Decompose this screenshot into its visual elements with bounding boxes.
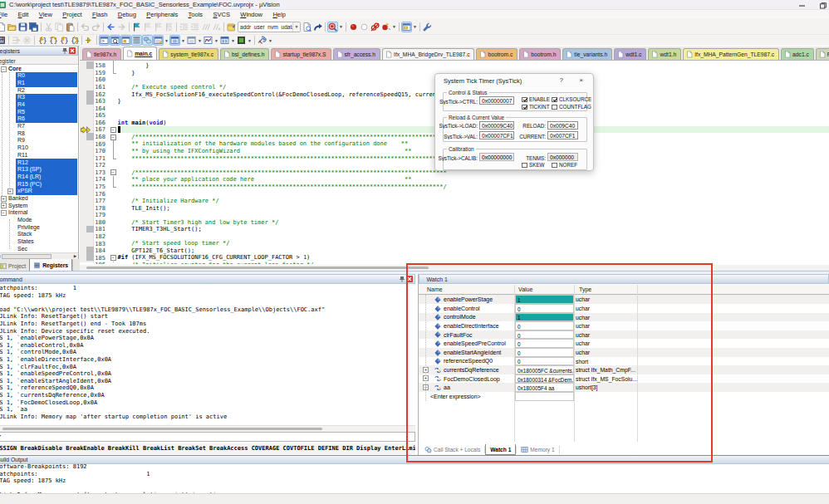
- watch-value[interactable]: 0x180005FC &currents...: [515, 365, 574, 374]
- file-tab-bootrom-h[interactable]: bootrom.h: [519, 48, 561, 60]
- watch-row-enableDirectInterface[interactable]: enableDirectInterface0uchar: [419, 321, 829, 330]
- chevron-down-icon[interactable]: ▼: [267, 35, 273, 46]
- symbol-search-combo[interactable]: addr_user_nvm_udata_tx▼: [238, 22, 301, 32]
- watch-value[interactable]: 0: [515, 330, 574, 340]
- watch-row-enableStartAngleIdent[interactable]: enableStartAngleIdent0uchar: [419, 348, 829, 357]
- register-row-r11[interactable]: R11: [0, 152, 78, 159]
- run-button[interactable]: [11, 35, 22, 46]
- expand-icon[interactable]: +: [7, 188, 13, 194]
- menu-peripherals[interactable]: Peripherals: [141, 11, 183, 18]
- watch-value[interactable]: 0: [515, 339, 574, 348]
- outdent-button[interactable]: [189, 22, 200, 32]
- watch-row-enablePowerStage[interactable]: enablePowerStage1uchar: [419, 295, 829, 304]
- file-tab-main-c[interactable]: main.c: [123, 46, 157, 60]
- chevron-down-icon[interactable]: ▼: [338, 22, 344, 32]
- watch-value[interactable]: 0: [515, 304, 574, 313]
- fold-collapse-icon[interactable]: −: [110, 255, 116, 261]
- command-hscrollbar[interactable]: [0, 425, 415, 432]
- expand-icon[interactable]: +: [1, 203, 7, 208]
- analysis-window-button[interactable]: [203, 35, 213, 46]
- watch-row-referenceSpeedQ0[interactable]: referenceSpeedQ00short: [419, 357, 829, 366]
- step-out-button[interactable]: {}: [58, 35, 69, 46]
- register-row-r6[interactable]: R6: [0, 115, 78, 123]
- bookmark-clear-button[interactable]: [164, 22, 174, 32]
- tab-memory-1[interactable]: Memory 1: [517, 444, 558, 455]
- noref-checkbox[interactable]: NOREF: [552, 162, 577, 168]
- menu-flash[interactable]: Flash: [87, 11, 113, 18]
- bookmark-toggle-button[interactable]: [131, 22, 142, 32]
- file-tab-wdt1-h[interactable]: wdt1.h: [648, 48, 681, 60]
- watch-window-button[interactable]: [153, 35, 164, 46]
- watch-value[interactable]: 0x18000314 &FocDem...: [515, 374, 574, 384]
- bookmark-next-button[interactable]: [153, 22, 164, 32]
- chevron-down-icon[interactable]: ▼: [164, 35, 169, 46]
- column-header-value[interactable]: Value: [518, 286, 532, 292]
- watch-row-clrFaultFoc[interactable]: clrFaultFoc0uchar: [419, 330, 829, 340]
- collapse-icon[interactable]: −: [1, 66, 7, 72]
- memory-window-button[interactable]: [169, 35, 180, 46]
- watch-row-controlMode[interactable]: controlMode1uchar: [419, 313, 829, 322]
- menu-view[interactable]: View: [34, 11, 58, 18]
- file-tab-foc-sct[interactable]: FOC.sct: [816, 48, 829, 60]
- register-row-xpsr[interactable]: +xPSR: [0, 188, 78, 195]
- register-row-r3[interactable]: R3: [0, 94, 78, 101]
- menu-window[interactable]: Window: [235, 11, 267, 18]
- register-row-states[interactable]: States: [0, 238, 78, 246]
- menu-tools[interactable]: Tools: [183, 11, 208, 18]
- fold-collapse-icon[interactable]: −: [110, 127, 116, 133]
- expand-icon[interactable]: +: [1, 196, 7, 202]
- copy-button[interactable]: [54, 22, 65, 32]
- chevron-down-icon[interactable]: ▼: [391, 22, 397, 32]
- current-statement-button[interactable]: [84, 35, 95, 46]
- file-tab-sfr-access-h[interactable]: sfr_access.h: [333, 48, 381, 60]
- breakpoint-enable-button[interactable]: [359, 22, 370, 32]
- register-row-r10[interactable]: R10: [0, 144, 78, 152]
- watch-value[interactable]: 0: [515, 321, 574, 330]
- ctrl-field[interactable]: 0x00000007: [479, 96, 514, 105]
- watch-value[interactable]: 0x180005F4 aa: [515, 383, 574, 392]
- file-tab-adc1-c[interactable]: adc1.c: [781, 48, 814, 60]
- toolbox-button[interactable]: [257, 35, 267, 46]
- watch-value[interactable]: 0: [515, 348, 574, 357]
- configure-flash-button[interactable]: [226, 22, 237, 32]
- chevron-down-icon[interactable]: ▼: [292, 22, 300, 32]
- file-tab-tle-variants-h[interactable]: tle_variants.h: [562, 48, 612, 60]
- redo-button[interactable]: [91, 22, 101, 32]
- menu-edit[interactable]: Edit: [12, 11, 33, 18]
- registers-window-button[interactable]: [131, 35, 142, 46]
- breakpoint-insert-button[interactable]: [348, 22, 359, 32]
- minimize-button[interactable]: [796, 2, 809, 9]
- command-input[interactable]: >: [0, 432, 415, 442]
- close-icon[interactable]: [69, 47, 76, 54]
- find-in-files-button[interactable]: [302, 22, 312, 32]
- nav-forward-button[interactable]: [116, 22, 127, 32]
- pin-icon[interactable]: [400, 276, 405, 282]
- register-row-internal[interactable]: −Internal: [0, 209, 78, 217]
- save-all-button[interactable]: [28, 22, 39, 32]
- pin-icon[interactable]: [62, 48, 67, 54]
- save-button[interactable]: [17, 22, 28, 32]
- registers-hscrollbar[interactable]: ◀ ▶: [0, 252, 78, 259]
- comment-button[interactable]: [200, 22, 211, 32]
- tickint-checkbox[interactable]: TICKINT: [522, 104, 550, 110]
- register-row-r7[interactable]: R7: [0, 123, 78, 130]
- project-windows-button[interactable]: [401, 22, 412, 32]
- watch-row-enter-expression[interactable]: <Enter expression>: [419, 392, 829, 401]
- callstack-window-button[interactable]: [142, 35, 153, 46]
- register-row-core[interactable]: −Core: [0, 66, 78, 73]
- file-tab-system-tle987x-c[interactable]: system_tle987x.c: [159, 48, 218, 60]
- disassembly-window-button[interactable]: [110, 35, 120, 46]
- scrollbar-thumb[interactable]: [86, 267, 429, 269]
- menu-project[interactable]: Project: [57, 11, 87, 18]
- file-tab-tle987x-h[interactable]: tle987x.h: [82, 48, 121, 60]
- tab-watch-1[interactable]: Watch 1: [485, 444, 516, 455]
- reload-field[interactable]: 0x009C40: [547, 121, 578, 130]
- column-header-type[interactable]: Type: [579, 286, 591, 292]
- trace-window-button[interactable]: [219, 35, 230, 46]
- load-field[interactable]: 0x00009C40: [479, 121, 514, 130]
- dialog-help-button[interactable]: ?: [560, 76, 563, 84]
- register-row-stack[interactable]: Stack: [0, 231, 78, 238]
- register-row-r0[interactable]: R0: [0, 72, 78, 80]
- uncomment-button[interactable]: [211, 22, 222, 32]
- register-row-r9[interactable]: R9: [0, 137, 78, 144]
